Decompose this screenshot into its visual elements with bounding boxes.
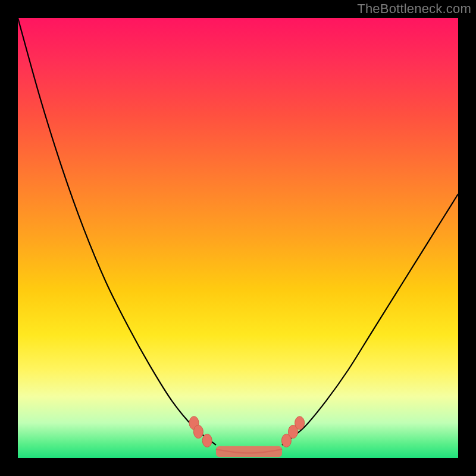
curve-valley-floor	[216, 449, 282, 453]
marker-left-cluster-mid	[193, 425, 203, 439]
valley-bar-marker	[216, 446, 282, 458]
marker-left-cluster-upper	[189, 416, 199, 430]
curve-layer	[18, 18, 458, 458]
marker-left-cluster-lower	[202, 434, 212, 447]
watermark-text: TheBottleneck.com	[357, 1, 471, 17]
marker-group	[189, 416, 305, 447]
curve-left-branch	[18, 18, 216, 445]
marker-right-cluster-mid	[289, 425, 298, 439]
curve-right-branch	[282, 194, 458, 445]
marker-right-cluster-upper	[295, 416, 305, 430]
marker-right-cluster-lower	[281, 434, 291, 447]
plot-area	[18, 18, 458, 458]
chart-frame: TheBottleneck.com	[0, 0, 476, 476]
